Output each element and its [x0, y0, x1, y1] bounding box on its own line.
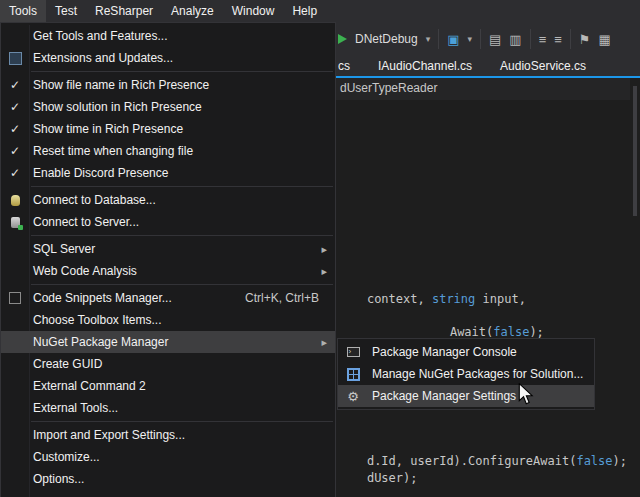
menu-separator: [31, 421, 333, 422]
gear-icon: ⚙: [347, 390, 359, 403]
start-debug-play-icon[interactable]: [338, 34, 347, 44]
menu-item-show-solution[interactable]: ✓ Show solution in Rich Presence: [1, 96, 335, 118]
columns-icon[interactable]: ▦: [599, 33, 611, 46]
menu-item-web-code-analysis[interactable]: Web Code Analysis ▸: [1, 260, 335, 282]
chevron-down-icon[interactable]: ▾: [426, 35, 431, 44]
menu-item-get-tools-and-features[interactable]: Get Tools and Features...: [1, 25, 335, 47]
menu-item-nuget-package-manager[interactable]: NuGet Package Manager ▸: [1, 331, 335, 353]
toolbar-separator: [530, 29, 531, 49]
menubar-resharper[interactable]: ReSharper: [86, 0, 162, 22]
menu-item-customize[interactable]: Customize...: [1, 446, 335, 468]
menubar-tools[interactable]: Tools: [0, 0, 46, 22]
vertical-scrollbar[interactable]: [630, 78, 640, 497]
tab-partial[interactable]: cs: [338, 56, 350, 76]
menubar-window[interactable]: Window: [223, 0, 284, 22]
submenu-arrow-icon: ▸: [321, 337, 335, 348]
toolbar-separator: [570, 29, 571, 49]
menu-item-enable-discord-presence[interactable]: ✓ Enable Discord Presence: [1, 162, 335, 184]
menu-separator: [31, 235, 333, 236]
menubar-help[interactable]: Help: [283, 0, 326, 22]
menu-item-connect-to-database[interactable]: Connect to Database...: [1, 189, 335, 211]
menu-shortcut: Ctrl+K, Ctrl+B: [245, 291, 335, 305]
menu-item-choose-toolbox-items[interactable]: Choose Toolbox Items...: [1, 309, 335, 331]
submenu-arrow-icon: ▸: [321, 266, 335, 277]
checkmark-icon: ✓: [10, 167, 20, 179]
menu-item-connect-to-server[interactable]: Connect to Server...: [1, 211, 335, 233]
menu-separator: [31, 186, 333, 187]
checkmark-icon: ✓: [10, 145, 20, 157]
open-folder-icon[interactable]: ▤: [489, 33, 501, 46]
toolbar-separator: [438, 29, 439, 49]
checkmark-icon: ✓: [10, 101, 20, 113]
database-icon: [11, 195, 20, 206]
attach-to-process-icon[interactable]: ▣: [447, 33, 459, 46]
tab-audioservice[interactable]: AudioService.cs: [500, 56, 586, 76]
submenu-arrow-icon: ▸: [321, 244, 335, 255]
scrollbar-thumb[interactable]: [633, 86, 637, 216]
toolbar-separator: [480, 29, 481, 49]
menu-item-options[interactable]: Options...: [1, 468, 335, 490]
console-icon: ›: [347, 347, 360, 357]
snippets-icon: [9, 292, 21, 304]
menu-item-create-guid[interactable]: Create GUID: [1, 353, 335, 375]
submenu-item-package-manager-settings[interactable]: ⚙ Package Manager Settings: [338, 385, 594, 407]
menu-item-external-command-2[interactable]: External Command 2: [1, 375, 335, 397]
menu-item-show-file-name[interactable]: ✓ Show file name in Rich Presence: [1, 74, 335, 96]
vs-window: Tools Test ReSharper Analyze Window Help…: [0, 0, 640, 497]
chevron-down-icon[interactable]: ▾: [468, 35, 473, 44]
mouse-cursor: [518, 383, 534, 405]
bookmark-flag-icon[interactable]: ⚑: [579, 33, 591, 46]
code-line: se);: [338, 483, 396, 497]
menu-item-external-tools[interactable]: External Tools...: [1, 397, 335, 419]
submenu-item-manage-nuget-packages[interactable]: Manage NuGet Packages for Solution...: [338, 363, 594, 385]
tools-menu: Get Tools and Features... Extensions and…: [0, 22, 336, 497]
menubar-analyze[interactable]: Analyze: [162, 0, 223, 22]
menu-item-code-snippets-manager[interactable]: Code Snippets Manager... Ctrl+K, Ctrl+B: [1, 287, 335, 309]
window-layout-icon[interactable]: ▥: [509, 33, 521, 46]
menu-item-sql-server[interactable]: SQL Server ▸: [1, 238, 335, 260]
menu-separator: [31, 284, 333, 285]
menu-bar: Tools Test ReSharper Analyze Window Help: [0, 0, 640, 22]
menubar-test[interactable]: Test: [46, 0, 86, 22]
packages-grid-icon: [347, 368, 360, 381]
submenu-item-package-manager-console[interactable]: › Package Manager Console: [338, 341, 594, 363]
tab-iaudiochannel[interactable]: IAudioChannel.cs: [378, 56, 472, 76]
debug-target-label[interactable]: DNetDebug: [355, 32, 418, 46]
menu-separator: [31, 71, 333, 72]
menu-item-show-time[interactable]: ✓ Show time in Rich Presence: [1, 118, 335, 140]
server-icon: [11, 217, 20, 228]
sort-lines-icon[interactable]: ≡: [554, 33, 562, 46]
list-icon[interactable]: ≡: [539, 33, 547, 46]
checkmark-icon: ✓: [10, 123, 20, 135]
extensions-icon: [9, 52, 22, 65]
breadcrumb[interactable]: dUserTypeReader: [340, 81, 437, 95]
checkmark-icon: ✓: [10, 79, 20, 91]
menu-item-import-export-settings[interactable]: Import and Export Settings...: [1, 424, 335, 446]
nuget-submenu: › Package Manager Console Manage NuGet P…: [337, 338, 595, 410]
menu-item-reset-time[interactable]: ✓ Reset time when changing file: [1, 140, 335, 162]
menu-item-extensions-and-updates[interactable]: Extensions and Updates...: [1, 47, 335, 69]
